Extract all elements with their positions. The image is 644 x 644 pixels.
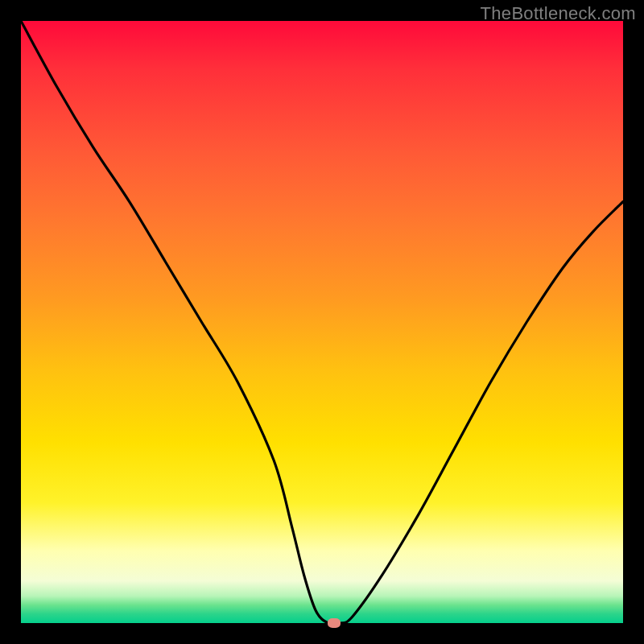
plot-area xyxy=(21,21,623,623)
watermark-text: TheBottleneck.com xyxy=(481,3,636,24)
optimal-point-marker xyxy=(328,618,341,628)
chart-frame: TheBottleneck.com xyxy=(0,0,644,644)
bottleneck-curve xyxy=(21,21,623,623)
